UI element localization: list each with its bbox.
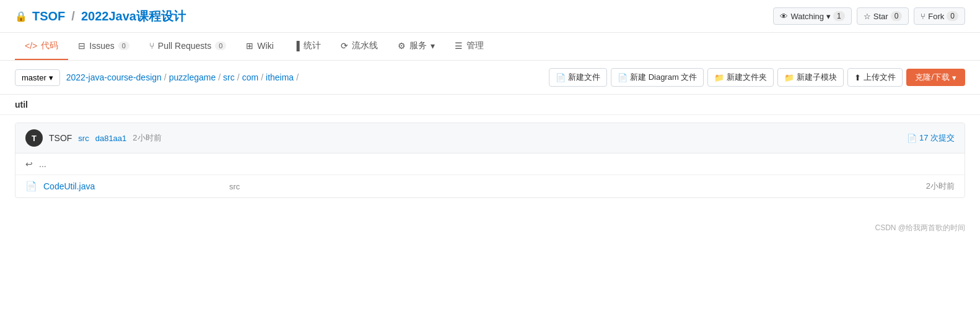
file-row: 📄 CodeUtil.java src 2小时前 — [15, 175, 965, 197]
clone-label: 克隆/下载 — [915, 72, 950, 83]
chevron-icon: ▾ — [826, 12, 831, 21]
tab-manage[interactable]: ☰ 管理 — [445, 33, 494, 60]
commit-hash[interactable]: da81aa1 — [95, 134, 127, 143]
file-table: T TSOF src da81aa1 2小时前 📄 17 次提交 ↩ ... 📄… — [15, 123, 965, 198]
new-file-label: 新建文件 — [568, 72, 600, 83]
repo-name-link[interactable]: 2022Java课程设计 — [81, 8, 186, 25]
clone-download-button[interactable]: 克隆/下载 ▾ — [906, 69, 965, 86]
fork-button[interactable]: ⑂ Fork 0 — [914, 7, 965, 25]
watching-label: Watching — [790, 12, 824, 21]
repo-title: 🔒 TSOF / 2022Java课程设计 — [15, 8, 186, 25]
star-icon: ☆ — [864, 12, 871, 21]
commit-info-row: T TSOF src da81aa1 2小时前 📄 17 次提交 — [15, 123, 965, 153]
new-diagram-label: 新建 Diagram 文件 — [630, 72, 697, 83]
tab-pullrequests[interactable]: ⑂ Pull Requests 0 — [139, 33, 237, 59]
new-folder-button[interactable]: 📁 新建文件夹 — [707, 68, 774, 87]
commit-link[interactable]: src — [78, 134, 89, 143]
breadcrumb-item-0[interactable]: 2022-java-course-design — [66, 72, 162, 82]
branch-selector[interactable]: master ▾ — [15, 69, 60, 86]
breadcrumb-item-1[interactable]: puzzlegame — [169, 72, 216, 82]
breadcrumb: 2022-java-course-design / puzzlegame / s… — [66, 72, 543, 82]
star-label: Star — [873, 12, 888, 21]
new-file-icon: 📄 — [556, 73, 566, 82]
stats-icon: ▐ — [294, 41, 300, 51]
upload-icon: ⬆ — [854, 73, 861, 82]
issues-icon: ⊟ — [78, 41, 85, 51]
watching-button[interactable]: 👁 Watching ▾ 1 — [773, 7, 851, 25]
commit-count[interactable]: 📄 17 次提交 — [907, 132, 955, 144]
services-icon: ⚙ — [398, 41, 406, 51]
nav-tabs: </> 代码 ⊟ Issues 0 ⑂ Pull Requests 0 ⊞ Wi… — [0, 33, 980, 61]
star-count: 0 — [891, 11, 903, 21]
commit-time: 2小时前 — [133, 132, 161, 144]
branch-chevron: ▾ — [49, 73, 53, 82]
fork-icon: ⑂ — [921, 12, 925, 21]
breadcrumb-item-3[interactable]: com — [242, 72, 258, 82]
manage-icon: ☰ — [455, 41, 463, 51]
issues-badge: 0 — [118, 41, 129, 50]
star-button[interactable]: ☆ Star 0 — [857, 7, 909, 25]
fork-label: Fork — [928, 12, 944, 21]
footer: CSDN @给我两首歌的时间 — [0, 210, 980, 246]
new-submodule-icon: 📁 — [784, 73, 794, 82]
new-diagram-button[interactable]: 📄 新建 Diagram 文件 — [611, 68, 704, 87]
new-submodule-button[interactable]: 📁 新建子模块 — [777, 68, 844, 87]
tab-issues[interactable]: ⊟ Issues 0 — [68, 33, 139, 59]
sep-4: / — [296, 72, 299, 82]
new-file-button[interactable]: 📄 新建文件 — [549, 68, 607, 87]
tab-services[interactable]: ⚙ 服务 ▾ — [388, 33, 445, 60]
new-diagram-icon: 📄 — [618, 73, 628, 82]
repo-owner-link[interactable]: TSOF — [32, 9, 65, 24]
commit-info-left: T TSOF src da81aa1 2小时前 — [25, 129, 162, 147]
services-chevron: ▾ — [431, 41, 435, 51]
new-folder-icon: 📁 — [714, 73, 724, 82]
lock-icon: 🔒 — [15, 11, 27, 22]
code-icon: </> — [25, 41, 37, 51]
folder-path-label: util — [0, 95, 980, 115]
new-folder-label: 新建文件夹 — [727, 72, 767, 83]
file-commit-message: src — [229, 182, 926, 191]
clone-chevron: ▾ — [952, 73, 956, 82]
new-submodule-label: 新建子模块 — [797, 72, 837, 83]
sep-2: / — [237, 72, 240, 82]
slash-separator: / — [71, 9, 75, 24]
footer-text: CSDN @给我两首歌的时间 — [875, 223, 965, 232]
eye-icon: 👁 — [780, 12, 788, 21]
sep-1: / — [218, 72, 221, 82]
breadcrumb-item-4[interactable]: itheima — [266, 72, 294, 82]
commit-author: TSOF — [49, 133, 72, 143]
sep-0: / — [164, 72, 167, 82]
commit-count-icon: 📄 — [907, 134, 917, 143]
back-arrow-icon: ↩ — [25, 159, 33, 169]
file-type-icon: 📄 — [25, 181, 37, 192]
tab-pipeline[interactable]: ⟳ 流水线 — [331, 33, 388, 60]
header-actions: 👁 Watching ▾ 1 ☆ Star 0 ⑂ Fork 0 — [773, 7, 965, 25]
tab-code[interactable]: </> 代码 — [15, 33, 68, 60]
toolbar-actions: 📄 新建文件 📄 新建 Diagram 文件 📁 新建文件夹 📁 新建子模块 ⬆… — [549, 68, 965, 87]
back-row[interactable]: ↩ ... — [15, 153, 965, 175]
wiki-icon: ⊞ — [246, 41, 253, 51]
breadcrumb-item-2[interactable]: src — [223, 72, 235, 82]
upload-label: 上传文件 — [864, 72, 896, 83]
branch-label: master — [22, 73, 46, 82]
top-header: 🔒 TSOF / 2022Java课程设计 👁 Watching ▾ 1 ☆ S… — [0, 0, 980, 33]
watching-count: 1 — [833, 11, 845, 21]
fork-count: 0 — [947, 11, 958, 21]
upload-file-button[interactable]: ⬆ 上传文件 — [847, 68, 903, 87]
back-dots: ... — [39, 159, 46, 169]
tab-wiki[interactable]: ⊞ Wiki — [236, 33, 283, 59]
commit-count-label: 17 次提交 — [919, 132, 955, 144]
sep-3: / — [261, 72, 263, 82]
pipeline-icon: ⟳ — [341, 41, 348, 51]
toolbar: master ▾ 2022-java-course-design / puzzl… — [0, 61, 980, 95]
tab-stats[interactable]: ▐ 统计 — [284, 33, 331, 60]
pr-badge: 0 — [215, 41, 226, 50]
file-time: 2小时前 — [926, 181, 955, 192]
avatar: T — [25, 129, 43, 147]
file-name-link[interactable]: CodeUtil.java — [43, 181, 229, 191]
pr-icon: ⑂ — [149, 41, 154, 51]
